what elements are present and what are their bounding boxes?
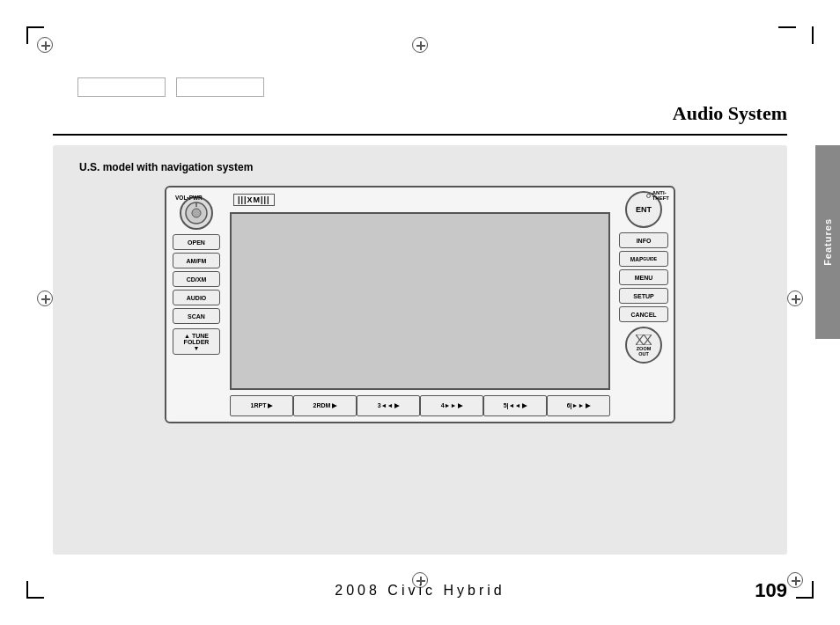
audio-unit: ANTI-THEFT VOL•PWR OPEN AM/FM CD/XM AUDI…	[165, 186, 675, 423]
page-number: 109	[755, 579, 787, 602]
preset-4-button[interactable]: 4►► ▶	[420, 395, 483, 416]
svg-marker-4	[636, 335, 652, 345]
footer: 2008 Civic Hybrid 109	[0, 583, 840, 599]
zoom-out-button[interactable]: ZOOM OUT	[625, 327, 662, 364]
preset-2-button[interactable]: 2RDM ▶	[293, 395, 357, 416]
svg-point-1	[192, 209, 201, 217]
anti-theft-dot	[646, 194, 651, 198]
preset-6-button[interactable]: 6|►► ▶	[547, 395, 610, 416]
center-display: |||XM||| 1RPT ▶ 2RDM ▶ 3◄◄ ▶ 4►► ▶ 5|◄◄ …	[226, 188, 614, 422]
tab-box-2	[176, 77, 264, 97]
header-line	[53, 134, 787, 136]
vol-pwr-label: VOL•PWR	[175, 195, 203, 201]
model-label: U.S. model with navigation system	[79, 161, 761, 173]
am-fm-button[interactable]: AM/FM	[173, 253, 220, 268]
corner-mark-tr	[796, 18, 822, 44]
circle-mark-tc	[412, 37, 428, 53]
tab-boxes	[77, 77, 264, 97]
footer-title: 2008 Civic Hybrid	[335, 583, 505, 599]
open-button[interactable]: OPEN	[173, 234, 220, 250]
display-top: |||XM|||	[226, 188, 614, 212]
right-panel: ENT INFO MAPGUIDE MENU SETUP CANCEL ZOOM…	[614, 188, 674, 422]
audio-button[interactable]: AUDIO	[173, 290, 220, 305]
preset-3-button[interactable]: 3◄◄ ▶	[357, 395, 420, 416]
tune-folder-button[interactable]: ▲ TUNE FOLDER ▼	[173, 328, 220, 355]
preset-5-button[interactable]: 5|◄◄ ▶	[483, 395, 547, 416]
circle-mark-tl	[37, 37, 53, 53]
cd-xm-button[interactable]: CD/XM	[173, 271, 220, 287]
cancel-button[interactable]: CANCEL	[619, 306, 668, 322]
menu-button[interactable]: MENU	[619, 269, 668, 285]
svg-marker-3	[636, 335, 652, 345]
display-screen	[230, 212, 610, 390]
section-title: Audio System	[673, 102, 787, 125]
left-panel: VOL•PWR OPEN AM/FM CD/XM AUDIO SCAN ▲ TU…	[166, 188, 226, 422]
main-content: U.S. model with navigation system ANTI-T…	[53, 145, 787, 555]
tab-box-1	[77, 77, 166, 97]
preset-1-button[interactable]: 1RPT ▶	[230, 395, 293, 416]
anti-theft-text: ANTI-THEFT	[652, 190, 669, 201]
display-bottom: 1RPT ▶ 2RDM ▶ 3◄◄ ▶ 4►► ▶ 5|◄◄ ▶ 6|►► ▶	[226, 390, 614, 422]
xm-display: |||XM|||	[233, 194, 275, 206]
vol-knob[interactable]	[180, 196, 213, 230]
features-label: Features	[822, 218, 833, 266]
anti-theft-label: ANTI-THEFT	[646, 190, 669, 201]
circle-mark-ml	[37, 290, 53, 306]
setup-button[interactable]: SETUP	[619, 288, 668, 304]
features-sidebar: Features	[815, 145, 840, 339]
circle-mark-mr	[787, 290, 803, 306]
info-button[interactable]: INFO	[619, 232, 668, 248]
scan-button[interactable]: SCAN	[173, 308, 220, 324]
map-guide-button[interactable]: MAPGUIDE	[619, 251, 668, 267]
